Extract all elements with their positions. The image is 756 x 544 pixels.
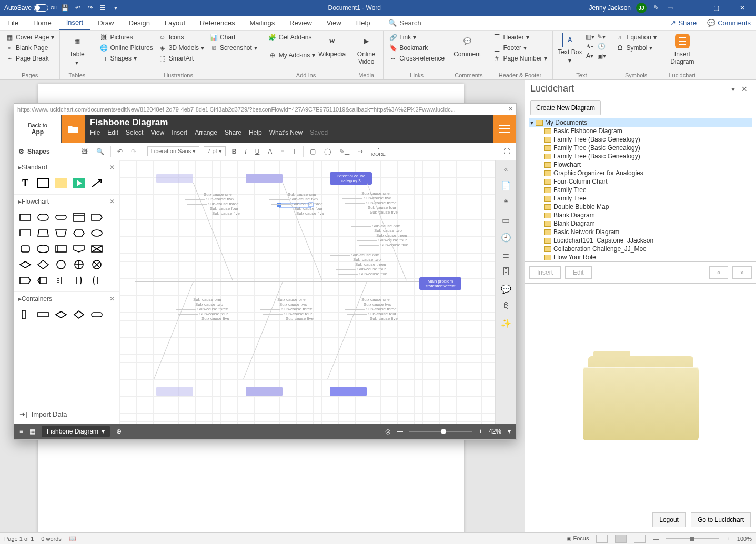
lc-bold-icon[interactable]: B [230,147,239,156]
lc-more-button[interactable]: ⋯MORE [369,145,388,158]
lc-menu-edit[interactable]: Edit [107,129,118,136]
symbol-button[interactable]: ΩSymbol ▾ [614,43,657,53]
table-button[interactable]: ▦Table▾ [64,33,89,66]
3d-models-button[interactable]: ◈3D Models ▾ [157,43,205,53]
flowchart-shape[interactable] [54,211,68,223]
right-panel-collapse-icon[interactable]: « [504,165,508,173]
lc-redo-icon[interactable]: ↷ [129,147,138,156]
online-video-button[interactable]: ▶Online Video [354,33,379,65]
lc-zoom-out-icon[interactable]: — [397,428,403,435]
tree-item[interactable]: Lucidchart101_Capstone_JJackson [529,236,752,245]
autosave-toggle[interactable]: AutoSave Off [4,4,57,12]
tab-insert[interactable]: Insert [59,16,91,30]
flowchart-shape[interactable] [54,243,68,255]
lc-line-color-icon[interactable]: ✎▁ [337,147,351,156]
section-standard-label[interactable]: Standard [22,164,47,171]
flowchart-shape[interactable] [54,259,68,270]
tab-help[interactable]: Help [349,16,378,30]
zoom-level[interactable]: 100% [737,536,752,542]
container-shape[interactable] [36,309,50,320]
comments-button[interactable]: 💬 Comments [702,19,756,27]
section-flowchart-close-icon[interactable]: ✕ [109,198,115,205]
zoom-in-button[interactable]: + [726,536,729,542]
lc-size-select[interactable]: 7 pt ▾ [204,146,225,156]
lc-align-icon[interactable]: ≡ [278,147,286,156]
lc-fullscreen-icon[interactable]: ⛶ [501,147,512,156]
lc-menu-insert[interactable]: Insert [172,129,187,136]
shape-hotspot[interactable] [72,177,86,189]
screenshot-button[interactable]: ⎚Screenshot ▾ [208,43,258,53]
my-addins-button[interactable]: ⊕My Add-ins ▾ [267,51,316,60]
tree-root-my-documents[interactable]: ▾ My Documents [529,118,752,127]
flowchart-shape[interactable] [90,259,104,270]
coming-soon-icon[interactable]: ✎ [652,4,660,12]
goto-lucidchart-button[interactable]: Go to Lucidchart [691,512,751,527]
chart-button[interactable]: 📊Chart [208,33,258,42]
tree-item[interactable]: Collaboration Challenge_JJ_Moe [529,245,752,253]
lc-page-icon[interactable]: 📄 [501,180,511,190]
tab-draw[interactable]: Draw [90,16,121,30]
lc-menu-whatsnew[interactable]: What's New [269,129,303,136]
cover-page-button[interactable]: ▦Cover Page ▾ [4,33,55,42]
create-new-diagram-button[interactable]: Create New Diagram [530,100,601,115]
container-shape[interactable] [54,309,68,320]
tree-item[interactable]: Family Tree (Basic Genealogy) [529,135,752,144]
lc-zoom-in-icon[interactable]: + [479,428,482,435]
shape-text[interactable]: T [18,177,32,189]
section-standard-close-icon[interactable]: ✕ [109,164,115,171]
bookmark-button[interactable]: 🔖Bookmark [388,43,446,53]
section-containers-close-icon[interactable]: ✕ [109,295,115,303]
smartart-button[interactable]: ⬚SmartArt [157,54,205,63]
text-box-button[interactable]: AText Box▾ [557,33,582,64]
save-icon[interactable]: 💾 [61,4,69,12]
tab-file[interactable]: File [0,16,26,30]
lucidchart-menu-icon[interactable] [493,115,516,143]
tree-item[interactable]: Family Tree [529,194,752,203]
lc-history-icon[interactable]: 🕘 [501,233,511,243]
lc-font-select[interactable]: Liberation Sans ▾ [147,146,200,156]
tree-item[interactable]: Double Bubble Map [529,203,752,211]
focus-mode-button[interactable]: ▣ Focus [566,535,589,542]
lc-text-options-icon[interactable]: T [290,147,298,156]
flowchart-shape[interactable] [36,227,50,239]
minimize-button[interactable]: — [679,4,700,12]
lc-present-icon[interactable]: ▭ [502,215,510,225]
print-layout-icon[interactable] [615,535,627,543]
tab-home[interactable]: Home [26,16,59,30]
pane-edit-button[interactable]: Edit [565,266,592,279]
qat-customize-icon[interactable]: ▾ [112,4,120,12]
get-addins-button[interactable]: 🧩Get Add-ins [267,33,316,42]
icons-button[interactable]: ☺Icons [157,33,205,42]
tab-review[interactable]: Review [282,16,319,30]
flowchart-shape[interactable] [18,243,32,255]
lc-list-view-icon[interactable]: ≡ [19,428,23,435]
cross-reference-button[interactable]: ↔Cross-reference [388,54,446,63]
close-button[interactable]: ✕ [732,4,753,12]
container-shape[interactable] [90,309,104,320]
lc-fill-icon[interactable]: ▢ [308,147,318,156]
lc-image-icon[interactable]: 🖼 [79,147,90,156]
flowchart-shape[interactable] [72,259,86,270]
lc-italic-icon[interactable]: I [243,147,248,156]
maximize-button[interactable]: ▢ [705,4,727,12]
undo-icon[interactable]: ↶ [74,4,82,12]
flowchart-shape[interactable] [72,243,86,255]
lucid-pane-menu-icon[interactable]: ▾ [728,85,738,93]
effect-label[interactable]: Main problem statement/effect [419,277,461,290]
flowchart-shape[interactable] [72,227,86,239]
lucidchart-window-close-icon[interactable]: ✕ [508,106,513,113]
shape-note[interactable] [54,177,68,189]
date-time-icon[interactable]: 🕒 [597,42,606,51]
web-layout-icon[interactable] [634,535,646,543]
tree-item[interactable]: Flow Your Role [529,253,752,261]
tree-item[interactable]: Family Tree (Basic Genealogy) [529,152,752,160]
link-button[interactable]: 🔗Link ▾ [388,33,446,42]
flowchart-shape[interactable] [54,227,68,239]
tab-design[interactable]: Design [122,16,157,30]
pane-prev-button[interactable]: « [709,266,729,279]
lc-menu-select[interactable]: Select [126,129,143,136]
lc-text-color-icon[interactable]: A [266,147,274,156]
lc-zoom-slider[interactable] [409,431,472,432]
page-indicator[interactable]: Page 1 of 1 [4,536,34,542]
flowchart-shape[interactable] [36,211,50,223]
